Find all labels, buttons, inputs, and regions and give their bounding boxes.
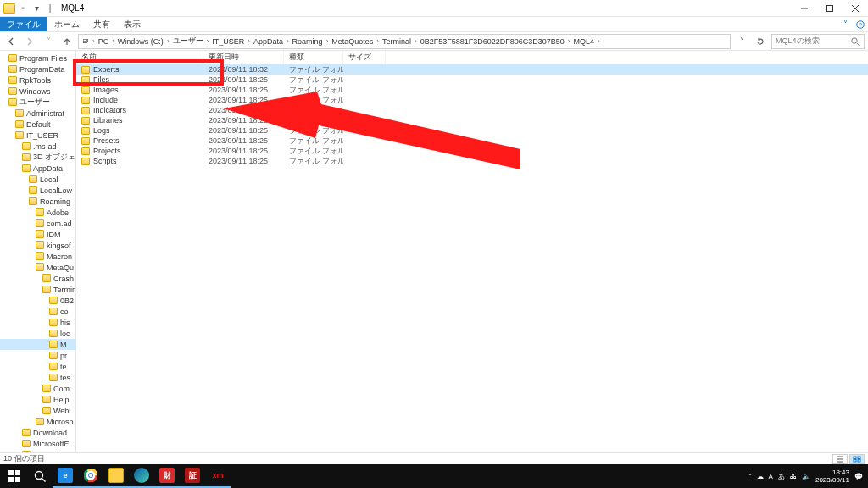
tree-item[interactable]: Crash: [0, 273, 75, 284]
view-icons-button[interactable]: [849, 454, 865, 464]
qat-props-icon[interactable]: ▫: [17, 3, 29, 14]
search-input[interactable]: MQL4の検索: [771, 34, 865, 49]
tree-item[interactable]: ProgramData: [0, 64, 75, 75]
view-details-button[interactable]: [832, 454, 848, 464]
recent-dropdown[interactable]: ˅: [41, 34, 56, 49]
tray-ime-a[interactable]: A: [769, 473, 773, 480]
system-tray[interactable]: ˄ ☁ A あ 🖧 🔈 18:43 2023/09/11 💬: [748, 469, 866, 484]
search-taskbar-button[interactable]: [27, 464, 53, 488]
tree-item[interactable]: kingsof: [0, 240, 75, 251]
back-button[interactable]: [3, 34, 19, 49]
taskbar-edge[interactable]: [129, 464, 154, 488]
tree-item[interactable]: Default: [0, 119, 75, 130]
address-dropdown[interactable]: ˅: [734, 34, 749, 49]
breadcrumb-seg[interactable]: Windows (C:): [116, 37, 165, 46]
help-icon[interactable]: ?: [853, 17, 868, 31]
tree-item[interactable]: 0B2: [0, 295, 75, 306]
nav-tree[interactable]: Program FilesProgramDataRpkToolsWindowsユ…: [0, 51, 76, 452]
tree-item[interactable]: pr: [0, 350, 75, 361]
tree-item[interactable]: Program Files: [0, 53, 75, 64]
file-list[interactable]: 名前 更新日時 種類 サイズ Experts2023/09/11 18:32ファ…: [76, 51, 868, 452]
table-row[interactable]: Scripts2023/09/11 18:25ファイル フォルダー: [76, 156, 868, 166]
tree-item[interactable]: AppData: [0, 163, 75, 174]
tree-item[interactable]: IT_USER: [0, 130, 75, 141]
up-button[interactable]: [59, 34, 75, 49]
tree-item[interactable]: his: [0, 317, 75, 328]
breadcrumb-seg[interactable]: 0B2F53F5881F3D6022DF806C3D307B50: [419, 37, 566, 46]
tree-item[interactable]: Roaming: [0, 196, 75, 207]
ribbon-expand-icon[interactable]: ˅: [837, 17, 853, 31]
tree-item[interactable]: .ms-ad: [0, 141, 75, 152]
tray-network-icon[interactable]: 🖧: [790, 473, 797, 480]
tree-item[interactable]: M: [0, 339, 75, 350]
taskbar-app-xm[interactable]: xm: [205, 464, 231, 488]
breadcrumb[interactable]: 🖳›PC›Windows (C:)›ユーザー›IT_USER›AppData›R…: [78, 34, 731, 49]
tray-chevron-icon[interactable]: ˄: [748, 473, 752, 480]
tree-item[interactable]: Com: [0, 383, 75, 394]
breadcrumb-seg[interactable]: MetaQuotes: [330, 37, 375, 46]
tree-item[interactable]: OneDrive: [0, 449, 75, 452]
col-size[interactable]: サイズ: [343, 51, 386, 64]
tree-item[interactable]: RpkTools: [0, 75, 75, 86]
tree-item[interactable]: IDM: [0, 229, 75, 240]
tab-view[interactable]: 表示: [117, 17, 147, 31]
close-button[interactable]: [843, 0, 868, 17]
tree-item[interactable]: Microso: [0, 416, 75, 427]
tree-item[interactable]: Download: [0, 427, 75, 438]
tray-onedrive-icon[interactable]: ☁: [757, 473, 764, 480]
table-row[interactable]: Libraries2023/09/11 18:25ファイル フォルダー: [76, 115, 868, 125]
tree-item[interactable]: ユーザー: [0, 97, 75, 108]
col-type[interactable]: 種類: [284, 51, 343, 64]
tree-item[interactable]: Windows: [0, 86, 75, 97]
taskbar-app-red1[interactable]: 財: [154, 464, 180, 488]
tray-volume-icon[interactable]: 🔈: [802, 473, 810, 480]
tree-item[interactable]: LocalLow: [0, 185, 75, 196]
breadcrumb-seg[interactable]: Roaming: [291, 37, 325, 46]
tab-file[interactable]: ファイル: [0, 17, 47, 31]
tree-item[interactable]: co: [0, 306, 75, 317]
breadcrumb-seg[interactable]: IT_USER: [210, 37, 246, 46]
tab-share[interactable]: 共有: [86, 17, 117, 31]
tree-item[interactable]: Adobe: [0, 207, 75, 218]
table-row[interactable]: Images2023/09/11 18:25ファイル フォルダー: [76, 85, 868, 95]
start-button[interactable]: [2, 464, 27, 488]
tree-item[interactable]: 3D オブジェ: [0, 152, 75, 163]
tree-item[interactable]: Macron: [0, 251, 75, 262]
forward-button[interactable]: [22, 34, 37, 49]
table-row[interactable]: Presets2023/09/11 18:25ファイル フォルダー: [76, 136, 868, 146]
taskbar-clock[interactable]: 18:43 2023/09/11: [815, 469, 849, 484]
tray-notifications-icon[interactable]: 💬: [854, 473, 863, 480]
tree-item[interactable]: te: [0, 361, 75, 372]
qat-dropdown-icon[interactable]: ▾: [31, 3, 42, 14]
tray-ime-kana[interactable]: あ: [778, 472, 785, 481]
table-row[interactable]: Include2023/09/11 18:25ファイル フォルダー: [76, 95, 868, 105]
taskbar-chrome[interactable]: [78, 464, 103, 488]
tree-item[interactable]: MetaQu: [0, 262, 75, 273]
annotation-highlight-box: [73, 59, 224, 86]
tree-item[interactable]: Webl: [0, 405, 75, 416]
refresh-button[interactable]: [753, 36, 768, 47]
tree-item[interactable]: Local: [0, 174, 75, 185]
breadcrumb-seg[interactable]: MQL4: [572, 37, 597, 46]
table-row[interactable]: Logs2023/09/11 18:25ファイル フォルダー: [76, 125, 868, 136]
tree-item[interactable]: com.ad: [0, 218, 75, 229]
tree-item[interactable]: Termin: [0, 284, 75, 295]
taskbar-ie[interactable]: e: [53, 464, 78, 488]
taskbar-explorer[interactable]: [103, 464, 129, 488]
tree-item[interactable]: loc: [0, 328, 75, 339]
tree-item[interactable]: Help: [0, 394, 75, 405]
tree-item[interactable]: tes: [0, 372, 75, 383]
breadcrumb-seg[interactable]: AppData: [252, 37, 285, 46]
breadcrumb-seg[interactable]: Terminal: [381, 37, 413, 46]
breadcrumb-seg[interactable]: PC: [97, 37, 111, 46]
taskbar-app-red2[interactable]: 証: [180, 464, 205, 488]
table-row[interactable]: Projects2023/09/11 18:25ファイル フォルダー: [76, 146, 868, 156]
table-row[interactable]: Indicators2023/09/11 18:25ファイル フォルダー: [76, 105, 868, 115]
minimize-button[interactable]: [792, 0, 817, 17]
tab-home[interactable]: ホーム: [47, 17, 86, 31]
taskbar[interactable]: e 財 証 xm ˄ ☁ A あ 🖧 🔈 18:43 2023/09/11 💬: [0, 464, 868, 488]
maximize-button[interactable]: [817, 0, 843, 17]
breadcrumb-seg[interactable]: ユーザー: [171, 36, 205, 47]
tree-item[interactable]: MicrosoftE: [0, 438, 75, 449]
tree-item[interactable]: Administrat: [0, 108, 75, 119]
